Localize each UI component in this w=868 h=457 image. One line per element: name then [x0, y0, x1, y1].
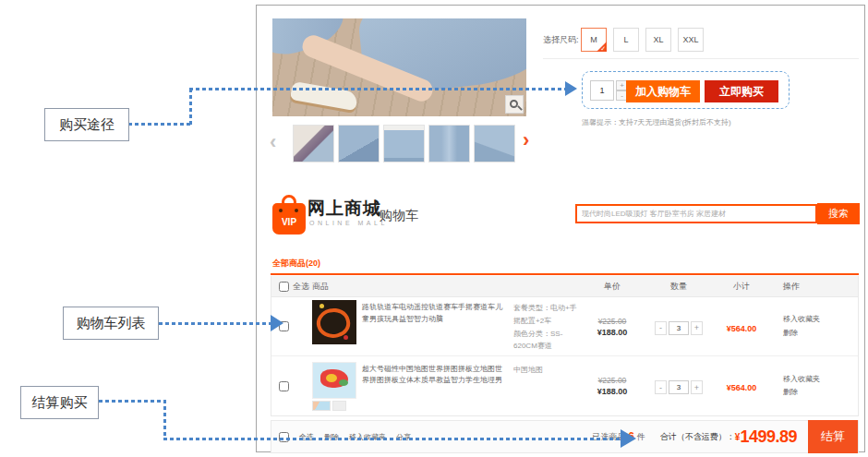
annotation-cart-list-label: 购物车列表 [77, 315, 146, 332]
delete-link[interactable]: 删除 [783, 386, 858, 399]
return-policy-tip: 温馨提示：支持7天无理由退货(拆封后不支持) [582, 117, 731, 127]
product-thumbnail[interactable] [293, 125, 334, 162]
mini-thumbnail [332, 401, 346, 411]
carousel-prev-icon[interactable]: ‹ [270, 133, 276, 151]
tab-underline [271, 273, 859, 275]
total-amount: 1499.89 [740, 427, 797, 447]
qty-value[interactable]: 3 [669, 380, 689, 394]
annotation-checkout-label: 结算购买 [32, 394, 88, 412]
shop-panel: ‹ › 选择尺码: M ✓ L XL XXL [256, 5, 865, 452]
map-region-shape [326, 374, 337, 382]
page-title: 购物车 [380, 208, 418, 224]
section-divider [543, 58, 859, 59]
annotation-buy-path-label: 购买途径 [59, 116, 115, 134]
original-price: ¥225.00 [580, 317, 645, 326]
size-option-xxl-label: XXL [682, 35, 698, 44]
row-subtotal: ¥564.00 [727, 324, 757, 333]
arrowhead-checkout-icon [621, 429, 636, 448]
row-subtotal: ¥564.00 [727, 383, 757, 392]
arrowhead-buy-path-icon [565, 81, 577, 96]
delete-link[interactable]: 删除 [783, 327, 858, 340]
product-title-link[interactable]: 超大号磁性中国地图世界拼图拼板立地图世界拼图拼板立体木质早教益智力学生地理男 [362, 362, 508, 387]
original-price: ¥225.00 [580, 376, 645, 385]
mall-logo-icon[interactable]: VIP [272, 195, 306, 235]
sandal-shape [290, 81, 358, 111]
buy-now-button[interactable]: 立即购买 [705, 80, 778, 102]
annotation-buy-path: 购买途径 [44, 108, 129, 141]
mini-thumbnail [312, 401, 331, 411]
arrow-line-checkout-3 [163, 438, 623, 440]
arrow-line-cart-list [159, 322, 271, 325]
size-option-xl[interactable]: XL [645, 28, 671, 52]
total-label: 合计（不含运费）： [660, 431, 735, 443]
spec-line: 套餐类型：电动+手摇配置+2车 [513, 302, 580, 327]
spec-line: 中国地图 [513, 364, 580, 377]
checkout-button[interactable]: 结算 [808, 420, 858, 453]
move-to-favorites-link[interactable]: 移入收藏夹 [783, 373, 858, 386]
carousel-next-icon[interactable]: › [523, 131, 529, 150]
spec-line: 颜色分类：SS-620CM赛道 [513, 328, 580, 353]
qty-value[interactable]: 3 [669, 321, 689, 335]
cart-footer-bar: 全选 删除 移入收藏夹 分享 已选商品 6 件 合计（不含运费）： ¥ 1499… [271, 420, 859, 453]
product-specs: 中国地图 [513, 362, 580, 377]
current-price: ¥188.00 [580, 387, 645, 396]
mall-name-en: ONLINE MALL [309, 220, 388, 226]
selected-items-unit: 件 [637, 431, 645, 443]
arrow-line-buy-path-2 [189, 89, 192, 126]
product-image-track-toy[interactable] [312, 300, 356, 344]
arrow-line-checkout-1 [99, 400, 166, 403]
arrow-line-buy-path-3 [189, 88, 566, 90]
qty-plus-icon[interactable]: + [691, 380, 703, 394]
map-region-shape [339, 379, 348, 386]
move-to-favorites-link[interactable]: 移入收藏夹 [783, 313, 858, 326]
row-checkbox[interactable] [279, 381, 289, 391]
product-image-map-puzzle[interactable] [312, 362, 356, 411]
size-options: M ✓ L XL XXL [581, 28, 704, 52]
cart-row-track-toy: 路轨轨道车电动遥控轨道赛车手摇赛道车儿童男孩玩具益智智力动脑 套餐类型：电动+手… [271, 297, 858, 356]
arrow-line-checkout-2 [163, 400, 166, 440]
qty-plus-icon[interactable]: + [691, 321, 703, 335]
product-thumbnail[interactable] [338, 125, 380, 162]
col-product: 商品 [312, 281, 329, 293]
size-label: 选择尺码: [543, 34, 579, 46]
qty-minus-icon[interactable]: - [655, 321, 667, 335]
col-subtotal: 小计 [733, 282, 750, 291]
search-input[interactable] [575, 204, 817, 223]
checkmark-icon: ✓ [600, 45, 606, 53]
zoom-icon[interactable] [505, 95, 524, 114]
col-actions: 操作 [783, 282, 800, 291]
zoom-handle-icon [517, 105, 523, 111]
search-button[interactable]: 搜索 [817, 203, 860, 224]
vip-badge: VIP [272, 217, 306, 227]
product-title-link[interactable]: 路轨轨道车电动遥控轨道赛车手摇赛道车儿童男孩玩具益智智力动脑 [362, 300, 508, 325]
annotation-checkout: 结算购买 [20, 386, 99, 419]
size-option-l[interactable]: L [613, 28, 639, 52]
col-quantity: 数量 [670, 282, 687, 291]
product-thumbnail[interactable] [474, 125, 515, 162]
product-main-image[interactable] [272, 18, 526, 116]
qty-minus-icon[interactable]: - [655, 380, 667, 394]
product-specs: 套餐类型：电动+手摇配置+2车 颜色分类：SS-620CM赛道 [513, 300, 580, 352]
arrow-line-buy-path-1 [128, 123, 191, 126]
quantity-input[interactable]: 1 [590, 80, 614, 101]
cart-row-map-puzzle: 超大号磁性中国地图世界拼图拼板立地图世界拼图拼板立体木质早教益智力学生地理男 中… [271, 356, 858, 415]
product-thumbnail[interactable] [383, 125, 425, 162]
col-unit-price: 单价 [604, 282, 621, 291]
size-option-l-label: L [623, 35, 628, 44]
bag-eye-icon [295, 209, 298, 212]
add-to-cart-button[interactable]: 加入购物车 [626, 80, 700, 102]
thumbnail-strip [293, 125, 515, 162]
size-option-m[interactable]: M ✓ [581, 28, 607, 52]
product-thumbnail[interactable] [428, 125, 470, 162]
select-all-checkbox[interactable] [279, 282, 289, 292]
bag-body-icon: VIP [272, 203, 306, 235]
current-price: ¥188.00 [580, 328, 645, 337]
track-dot-icon [319, 304, 324, 308]
annotation-cart-list: 购物车列表 [63, 307, 159, 340]
arrowhead-cart-list-icon [271, 315, 283, 331]
buy-action-group: 1 + - 加入购物车 立即购买 [582, 71, 790, 109]
size-option-xxl[interactable]: XXL [678, 28, 704, 52]
tab-all-products[interactable]: 全部商品(20) [272, 258, 320, 270]
cart-table: 全选 商品 单价 数量 小计 操作 路轨 [271, 276, 859, 416]
page: 购买途径 购物车列表 结算购买 ‹ [0, 0, 868, 457]
